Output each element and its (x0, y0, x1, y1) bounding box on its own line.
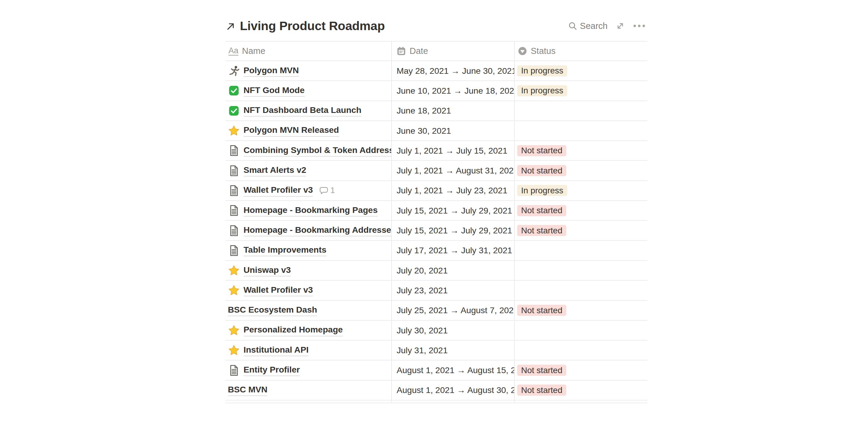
name-cell[interactable]: Institutional API (225, 341, 392, 360)
name-cell[interactable]: Table Improvements (225, 241, 392, 260)
page-link[interactable]: Institutional API (244, 345, 309, 356)
status-cell[interactable] (515, 261, 647, 280)
status-cell[interactable]: In progress (515, 81, 647, 100)
database-table: Aa Name Date Status (225, 41, 647, 403)
table-row[interactable]: Entity Profiler August 1, 2021 → August … (225, 360, 647, 380)
table-body: Polygon MVN May 28, 2021 → June 30, 2021… (225, 61, 647, 400)
star-icon (228, 265, 240, 276)
table-row[interactable]: Institutional API July 31, 2021 (225, 341, 647, 360)
table-row[interactable]: Polygon MVN May 28, 2021 → June 30, 2021… (225, 61, 647, 81)
date-cell[interactable]: June 18, 2021 (392, 101, 515, 121)
date-cell[interactable]: July 15, 2021 → July 29, 2021 (392, 201, 515, 220)
table-row[interactable]: NFT Dashboard Beta Launch June 18, 2021 (225, 101, 647, 121)
page-link[interactable]: Table Improvements (244, 245, 327, 256)
name-cell[interactable]: Entity Profiler (225, 360, 392, 380)
status-cell[interactable] (515, 321, 647, 340)
status-cell[interactable]: Not started (515, 141, 647, 160)
table-row[interactable]: BSC Ecosystem Dash July 25, 2021 → Augus… (225, 301, 647, 321)
column-label: Date (410, 46, 428, 56)
date-cell[interactable]: July 25, 2021 → August 7, 2021 (392, 301, 515, 320)
table-row[interactable]: Uniswap v3 July 20, 2021 (225, 261, 647, 281)
status-cell[interactable]: Not started (515, 221, 647, 240)
name-cell[interactable]: NFT Dashboard Beta Launch (225, 101, 392, 121)
table-row[interactable]: BSC MVN August 1, 2021 → August 30, 2021… (225, 381, 647, 400)
status-cell[interactable] (515, 241, 647, 260)
name-cell[interactable]: Polygon MVN (225, 61, 392, 80)
date-cell[interactable]: July 15, 2021 → July 29, 2021 (392, 221, 515, 240)
row-icon (228, 324, 240, 336)
status-cell[interactable]: Not started (515, 381, 647, 400)
date-cell[interactable]: July 20, 2021 (392, 261, 515, 280)
table-row[interactable]: Polygon MVN Released June 30, 2021 (225, 121, 647, 141)
name-cell[interactable]: Personalized Homepage (225, 321, 392, 340)
table-row[interactable]: Homepage - Bookmarking Addresses July 15… (225, 221, 647, 240)
name-cell[interactable]: Uniswap v3 (225, 261, 392, 280)
date-cell[interactable]: July 30, 2021 (392, 321, 515, 340)
column-header-status[interactable]: Status (515, 41, 647, 61)
page-link[interactable]: Uniswap v3 (244, 265, 291, 277)
page-link[interactable]: NFT Dashboard Beta Launch (244, 105, 361, 117)
status-cell[interactable] (515, 341, 647, 360)
page-link[interactable]: Polygon MVN Released (244, 125, 339, 136)
name-cell[interactable]: BSC Ecosystem Dash (225, 301, 392, 320)
star-icon (228, 285, 240, 296)
page-link[interactable]: BSC Ecosystem Dash (228, 304, 317, 316)
page-link[interactable]: BSC MVN (228, 384, 267, 396)
page-link[interactable]: Homepage - Bookmarking Pages (244, 205, 378, 217)
date-cell[interactable]: August 1, 2021 → August 30, 2021 (392, 381, 515, 400)
page-link[interactable]: Polygon MVN (244, 65, 299, 77)
name-cell[interactable]: Polygon MVN Released (225, 121, 392, 140)
date-cell[interactable]: July 1, 2021 → August 31, 2021 (392, 161, 515, 180)
more-options-button[interactable] (633, 24, 646, 28)
name-cell[interactable]: Wallet Profiler v3 1 (225, 181, 392, 200)
name-cell[interactable]: Smart Alerts v2 (225, 161, 392, 180)
date-cell[interactable]: June 30, 2021 (392, 121, 515, 140)
name-cell[interactable]: Homepage - Bookmarking Addresses (225, 221, 392, 240)
row-icon (228, 264, 240, 277)
date-cell[interactable]: July 1, 2021 → July 23, 2021 (392, 181, 515, 200)
status-cell[interactable]: Not started (515, 301, 647, 320)
table-row[interactable]: Table Improvements July 17, 2021 → July … (225, 241, 647, 261)
name-cell[interactable]: Wallet Profiler v3 (225, 281, 392, 300)
row-icon (228, 344, 240, 356)
name-cell[interactable]: BSC MVN (225, 381, 392, 400)
page-link[interactable]: Homepage - Bookmarking Addresses (244, 225, 392, 236)
table-row[interactable]: NFT God Mode June 10, 2021 → June 18, 20… (225, 81, 647, 101)
status-cell[interactable]: Not started (515, 161, 647, 180)
table-row[interactable]: Smart Alerts v2 July 1, 2021 → August 31… (225, 161, 647, 181)
status-cell[interactable] (515, 101, 647, 121)
date-cell[interactable]: July 31, 2021 (392, 341, 515, 360)
status-badge: Not started (517, 305, 566, 316)
name-cell[interactable]: Combining Symbol & Token Address P (225, 141, 392, 160)
page-link[interactable]: Combining Symbol & Token Address P (244, 145, 392, 157)
table-row[interactable]: Homepage - Bookmarking Pages July 15, 20… (225, 201, 647, 221)
table-row[interactable]: Wallet Profiler v3 July 23, 2021 (225, 281, 647, 300)
name-cell[interactable]: Homepage - Bookmarking Pages (225, 201, 392, 220)
date-cell[interactable]: July 1, 2021 → July 15, 2021 (392, 141, 515, 160)
table-row[interactable]: Wallet Profiler v3 1 July 1, 2021 → July… (225, 181, 647, 201)
date-cell[interactable]: May 28, 2021 → June 30, 2021 (392, 61, 515, 80)
date-cell[interactable]: August 1, 2021 → August 15, 2021 (392, 360, 515, 380)
page-link[interactable]: Personalized Homepage (244, 324, 343, 336)
column-header-date[interactable]: Date (392, 41, 515, 61)
table-row[interactable]: Combining Symbol & Token Address P July … (225, 141, 647, 161)
column-header-name[interactable]: Aa Name (225, 41, 392, 61)
page-link[interactable]: Smart Alerts v2 (244, 165, 306, 176)
status-cell[interactable]: In progress (515, 181, 647, 200)
page-link[interactable]: Wallet Profiler v3 (244, 185, 313, 196)
date-cell[interactable]: July 23, 2021 (392, 281, 515, 300)
search-button[interactable]: Search (568, 21, 608, 31)
status-cell[interactable] (515, 121, 647, 140)
status-cell[interactable]: Not started (515, 360, 647, 380)
page-link[interactable]: Wallet Profiler v3 (244, 285, 313, 296)
page-link[interactable]: NFT God Mode (244, 85, 305, 97)
page-link[interactable]: Entity Profiler (244, 364, 300, 376)
status-cell[interactable]: Not started (515, 201, 647, 220)
status-cell[interactable] (515, 281, 647, 300)
name-cell[interactable]: NFT God Mode (225, 81, 392, 100)
date-cell[interactable]: June 10, 2021 → June 18, 2021 (392, 81, 515, 100)
table-row[interactable]: Personalized Homepage July 30, 2021 (225, 321, 647, 341)
status-cell[interactable]: In progress (515, 61, 647, 80)
date-cell[interactable]: July 17, 2021 → July 31, 2021 (392, 241, 515, 260)
expand-button[interactable] (615, 21, 625, 31)
